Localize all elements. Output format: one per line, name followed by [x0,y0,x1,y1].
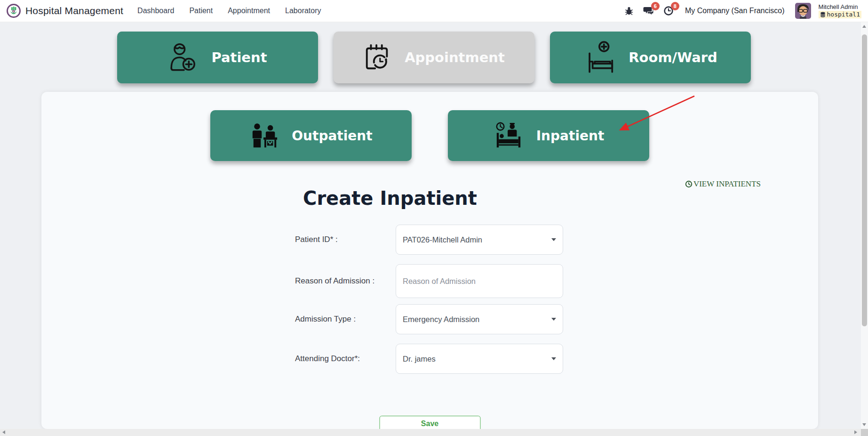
vertical-scrollbar[interactable] [861,22,868,429]
outpatient-label: Outpatient [292,128,372,144]
scroll-left-arrow-icon[interactable] [2,430,5,434]
form-row-admission-type: Admission Type : Emergency Admission [41,304,818,334]
module-button-row: Patient Appointment [0,32,868,83]
patient-id-label: Patient ID* : [295,235,338,244]
scroll-up-arrow-icon[interactable] [862,25,866,28]
top-navbar: Hospital Management Dashboard Patient Ap… [0,0,868,22]
navbar-right: 6 8 My Company (San Francisco) [623,3,861,19]
activities-badge: 8 [671,2,679,10]
bed-add-icon [583,41,616,74]
outpatient-button[interactable]: Outpatient [210,110,412,161]
reason-label: Reason of Admission : [295,276,374,286]
appointment-module-label: Appointment [405,49,505,65]
main-content-card: Outpatient [41,92,818,429]
user-avatar[interactable] [795,3,811,19]
debug-bug-icon[interactable] [623,5,635,17]
patient-add-icon [168,40,199,74]
form-row-doctor: Attending Doctor*: Dr. james [41,344,818,374]
outpatient-reception-icon [249,121,279,150]
chevron-down-icon [551,318,556,321]
appointment-calendar-icon [363,41,392,74]
activities-clock-icon[interactable]: 8 [662,5,675,17]
app-window: Hospital Management Dashboard Patient Ap… [0,0,868,436]
attending-doctor-select[interactable]: Dr. james [396,344,563,374]
patient-module-label: Patient [211,49,267,65]
scroll-right-arrow-icon[interactable] [854,430,857,434]
history-clock-icon [685,180,693,188]
page-title: Create Inpatient [41,187,739,209]
database-icon [820,12,826,17]
attending-doctor-value: Dr. james [403,355,436,363]
reason-input[interactable] [396,264,563,298]
chevron-down-icon [551,357,556,360]
messages-icon[interactable]: 6 [643,5,655,17]
scroll-down-arrow-icon[interactable] [862,423,866,426]
appointment-module-button[interactable]: Appointment [334,32,534,83]
main-menu: Dashboard Patient Appointment Laboratory [137,7,321,15]
form-row-reason: Reason of Admission : [41,264,818,298]
user-name: Mitchell Admin [819,3,858,11]
company-switcher[interactable]: My Company (San Francisco) [685,7,785,15]
inpatient-bed-icon [493,121,524,150]
scrollbar-corner [861,429,868,436]
admission-type-label: Admission Type : [295,315,356,324]
form-row-patient-id: Patient ID* : PAT026-Mitchell Admin [41,225,818,255]
vertical-scrollbar-thumb[interactable] [862,34,867,326]
inpatient-button[interactable]: Inpatient [448,110,649,161]
inpatient-label: Inpatient [536,128,605,144]
menu-dashboard[interactable]: Dashboard [137,7,174,15]
horizontal-scrollbar[interactable] [0,429,861,436]
patient-id-value: PAT026-Mitchell Admin [403,235,482,244]
messages-badge: 6 [651,2,660,10]
patient-id-select[interactable]: PAT026-Mitchell Admin [396,225,563,255]
chevron-down-icon [551,238,556,241]
menu-patient[interactable]: Patient [189,7,213,15]
menu-appointment[interactable]: Appointment [228,7,270,15]
admission-type-select[interactable]: Emergency Admission [396,304,563,334]
database-chip: hospital1 [819,11,861,18]
hospital-logo-icon [7,4,21,18]
app-title: Hospital Management [25,5,123,16]
room-ward-module-label: Room/Ward [629,49,717,65]
app-brand[interactable]: Hospital Management [7,4,123,18]
admission-type-value: Emergency Admission [403,315,479,324]
patient-module-button[interactable]: Patient [117,32,318,83]
user-menu[interactable]: Mitchell Admin hospital1 [819,3,861,19]
patient-type-row: Outpatient [41,110,818,161]
menu-laboratory[interactable]: Laboratory [285,7,321,15]
room-ward-module-button[interactable]: Room/Ward [550,32,751,83]
attending-doctor-label: Attending Doctor*: [295,354,360,363]
database-name: hospital1 [827,11,860,18]
